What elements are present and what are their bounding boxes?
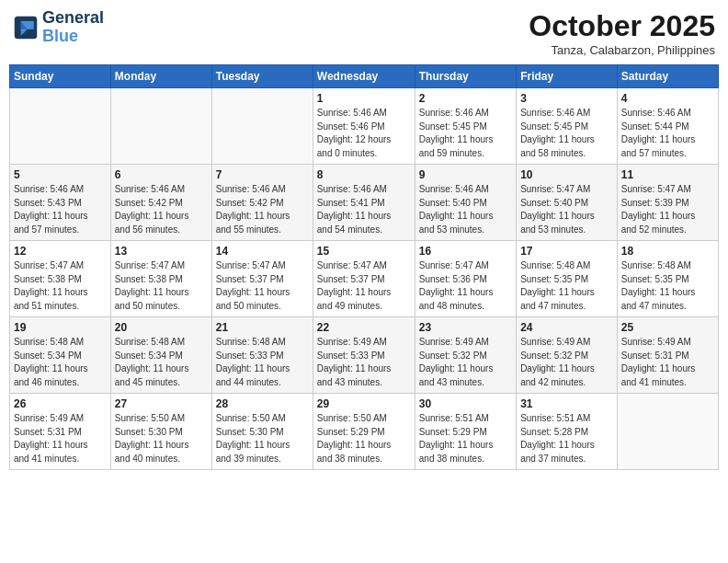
day-number: 28 bbox=[216, 397, 309, 410]
day-number: 1 bbox=[317, 92, 411, 105]
day-number: 5 bbox=[14, 168, 107, 181]
day-info: Sunrise: 5:49 AMSunset: 5:32 PMDaylight:… bbox=[520, 336, 613, 389]
calendar-cell: 22Sunrise: 5:49 AMSunset: 5:33 PMDayligh… bbox=[313, 317, 415, 394]
day-number: 2 bbox=[419, 92, 512, 105]
calendar-cell: 14Sunrise: 5:47 AMSunset: 5:37 PMDayligh… bbox=[211, 241, 313, 317]
week-row-5: 26Sunrise: 5:49 AMSunset: 5:31 PMDayligh… bbox=[10, 394, 719, 470]
calendar-cell: 17Sunrise: 5:48 AMSunset: 5:35 PMDayligh… bbox=[517, 241, 618, 317]
calendar-cell: 1Sunrise: 5:46 AMSunset: 5:46 PMDaylight… bbox=[313, 88, 415, 165]
location: Tanza, Calabarzon, Philippines bbox=[529, 43, 715, 57]
day-number: 19 bbox=[14, 321, 107, 334]
day-number: 13 bbox=[115, 245, 208, 258]
calendar-cell: 4Sunrise: 5:46 AMSunset: 5:44 PMDaylight… bbox=[617, 88, 718, 165]
day-number: 16 bbox=[419, 245, 512, 258]
weekday-header-wednesday: Wednesday bbox=[313, 65, 415, 88]
day-info: Sunrise: 5:46 AMSunset: 5:41 PMDaylight:… bbox=[317, 183, 411, 236]
day-number: 7 bbox=[216, 168, 309, 181]
calendar-cell: 25Sunrise: 5:49 AMSunset: 5:31 PMDayligh… bbox=[617, 317, 718, 394]
day-number: 25 bbox=[621, 321, 714, 334]
day-info: Sunrise: 5:48 AMSunset: 5:35 PMDaylight:… bbox=[520, 259, 613, 313]
day-info: Sunrise: 5:49 AMSunset: 5:33 PMDaylight:… bbox=[317, 336, 411, 389]
day-info: Sunrise: 5:46 AMSunset: 5:45 PMDaylight:… bbox=[419, 107, 512, 160]
day-info: Sunrise: 5:47 AMSunset: 5:39 PMDaylight:… bbox=[621, 183, 714, 236]
calendar-cell: 7Sunrise: 5:46 AMSunset: 5:42 PMDaylight… bbox=[211, 165, 313, 241]
day-number: 31 bbox=[520, 397, 613, 410]
day-number: 3 bbox=[520, 92, 613, 105]
month-title: October 2025 bbox=[529, 9, 715, 43]
calendar-cell: 13Sunrise: 5:47 AMSunset: 5:38 PMDayligh… bbox=[110, 241, 211, 317]
weekday-header-sunday: Sunday bbox=[10, 65, 111, 88]
day-number: 20 bbox=[115, 321, 208, 334]
day-number: 17 bbox=[520, 245, 613, 258]
day-number: 4 bbox=[621, 92, 714, 105]
logo-icon bbox=[13, 15, 39, 40]
day-info: Sunrise: 5:48 AMSunset: 5:35 PMDaylight:… bbox=[621, 259, 714, 313]
day-info: Sunrise: 5:51 AMSunset: 5:29 PMDaylight:… bbox=[419, 412, 512, 465]
calendar-cell: 12Sunrise: 5:47 AMSunset: 5:38 PMDayligh… bbox=[10, 241, 111, 317]
calendar-cell: 28Sunrise: 5:50 AMSunset: 5:30 PMDayligh… bbox=[211, 394, 313, 470]
calendar-cell: 30Sunrise: 5:51 AMSunset: 5:29 PMDayligh… bbox=[415, 394, 516, 470]
calendar-cell: 19Sunrise: 5:48 AMSunset: 5:34 PMDayligh… bbox=[10, 317, 111, 394]
day-info: Sunrise: 5:47 AMSunset: 5:37 PMDaylight:… bbox=[317, 259, 411, 313]
day-info: Sunrise: 5:50 AMSunset: 5:29 PMDaylight:… bbox=[317, 412, 411, 465]
day-number: 15 bbox=[317, 245, 411, 258]
day-info: Sunrise: 5:48 AMSunset: 5:33 PMDaylight:… bbox=[216, 336, 309, 389]
calendar-cell: 9Sunrise: 5:46 AMSunset: 5:40 PMDaylight… bbox=[415, 165, 516, 241]
day-number: 24 bbox=[520, 321, 613, 334]
weekday-header-thursday: Thursday bbox=[415, 65, 516, 88]
day-number: 6 bbox=[115, 168, 208, 181]
day-info: Sunrise: 5:50 AMSunset: 5:30 PMDaylight:… bbox=[216, 412, 309, 465]
calendar-cell: 20Sunrise: 5:48 AMSunset: 5:34 PMDayligh… bbox=[110, 317, 211, 394]
calendar-cell: 10Sunrise: 5:47 AMSunset: 5:40 PMDayligh… bbox=[517, 165, 618, 241]
calendar-cell bbox=[110, 88, 211, 165]
title-block: October 2025 Tanza, Calabarzon, Philippi… bbox=[529, 9, 715, 57]
day-info: Sunrise: 5:46 AMSunset: 5:46 PMDaylight:… bbox=[317, 107, 411, 160]
day-number: 27 bbox=[115, 397, 208, 410]
logo: General Blue bbox=[13, 9, 104, 46]
day-info: Sunrise: 5:46 AMSunset: 5:42 PMDaylight:… bbox=[115, 183, 208, 236]
day-number: 21 bbox=[216, 321, 309, 334]
calendar: SundayMondayTuesdayWednesdayThursdayFrid… bbox=[9, 64, 719, 470]
weekday-header-monday: Monday bbox=[110, 65, 211, 88]
day-info: Sunrise: 5:46 AMSunset: 5:43 PMDaylight:… bbox=[14, 183, 107, 236]
day-number: 14 bbox=[216, 245, 309, 258]
day-info: Sunrise: 5:46 AMSunset: 5:42 PMDaylight:… bbox=[216, 183, 309, 236]
day-number: 22 bbox=[317, 321, 411, 334]
calendar-cell: 21Sunrise: 5:48 AMSunset: 5:33 PMDayligh… bbox=[211, 317, 313, 394]
day-number: 29 bbox=[317, 397, 411, 410]
calendar-cell bbox=[10, 88, 111, 165]
day-info: Sunrise: 5:47 AMSunset: 5:40 PMDaylight:… bbox=[520, 183, 613, 236]
day-number: 23 bbox=[419, 321, 512, 334]
calendar-cell: 18Sunrise: 5:48 AMSunset: 5:35 PMDayligh… bbox=[617, 241, 718, 317]
day-info: Sunrise: 5:50 AMSunset: 5:30 PMDaylight:… bbox=[115, 412, 208, 465]
calendar-cell: 23Sunrise: 5:49 AMSunset: 5:32 PMDayligh… bbox=[415, 317, 516, 394]
logo-text: General Blue bbox=[42, 9, 104, 46]
week-row-4: 19Sunrise: 5:48 AMSunset: 5:34 PMDayligh… bbox=[10, 317, 719, 394]
week-row-1: 1Sunrise: 5:46 AMSunset: 5:46 PMDaylight… bbox=[10, 88, 719, 165]
day-info: Sunrise: 5:46 AMSunset: 5:44 PMDaylight:… bbox=[621, 107, 714, 160]
weekday-header-tuesday: Tuesday bbox=[211, 65, 313, 88]
calendar-cell: 6Sunrise: 5:46 AMSunset: 5:42 PMDaylight… bbox=[110, 165, 211, 241]
weekday-header-row: SundayMondayTuesdayWednesdayThursdayFrid… bbox=[10, 65, 719, 88]
calendar-cell: 15Sunrise: 5:47 AMSunset: 5:37 PMDayligh… bbox=[313, 241, 415, 317]
day-number: 30 bbox=[419, 397, 512, 410]
calendar-cell: 24Sunrise: 5:49 AMSunset: 5:32 PMDayligh… bbox=[517, 317, 618, 394]
day-info: Sunrise: 5:48 AMSunset: 5:34 PMDaylight:… bbox=[115, 336, 208, 389]
weekday-header-saturday: Saturday bbox=[617, 65, 718, 88]
calendar-cell: 2Sunrise: 5:46 AMSunset: 5:45 PMDaylight… bbox=[415, 88, 516, 165]
calendar-cell: 27Sunrise: 5:50 AMSunset: 5:30 PMDayligh… bbox=[110, 394, 211, 470]
day-number: 18 bbox=[621, 245, 714, 258]
day-number: 8 bbox=[317, 168, 411, 181]
week-row-3: 12Sunrise: 5:47 AMSunset: 5:38 PMDayligh… bbox=[10, 241, 719, 317]
day-info: Sunrise: 5:49 AMSunset: 5:31 PMDaylight:… bbox=[621, 336, 714, 389]
day-info: Sunrise: 5:48 AMSunset: 5:34 PMDaylight:… bbox=[14, 336, 107, 389]
page-header: General Blue October 2025 Tanza, Calabar… bbox=[9, 9, 719, 57]
day-info: Sunrise: 5:49 AMSunset: 5:31 PMDaylight:… bbox=[14, 412, 107, 465]
day-info: Sunrise: 5:47 AMSunset: 5:37 PMDaylight:… bbox=[216, 259, 309, 313]
day-info: Sunrise: 5:47 AMSunset: 5:38 PMDaylight:… bbox=[14, 259, 107, 313]
calendar-cell: 11Sunrise: 5:47 AMSunset: 5:39 PMDayligh… bbox=[617, 165, 718, 241]
week-row-2: 5Sunrise: 5:46 AMSunset: 5:43 PMDaylight… bbox=[10, 165, 719, 241]
day-number: 10 bbox=[520, 168, 613, 181]
calendar-cell bbox=[211, 88, 313, 165]
day-number: 12 bbox=[14, 245, 107, 258]
